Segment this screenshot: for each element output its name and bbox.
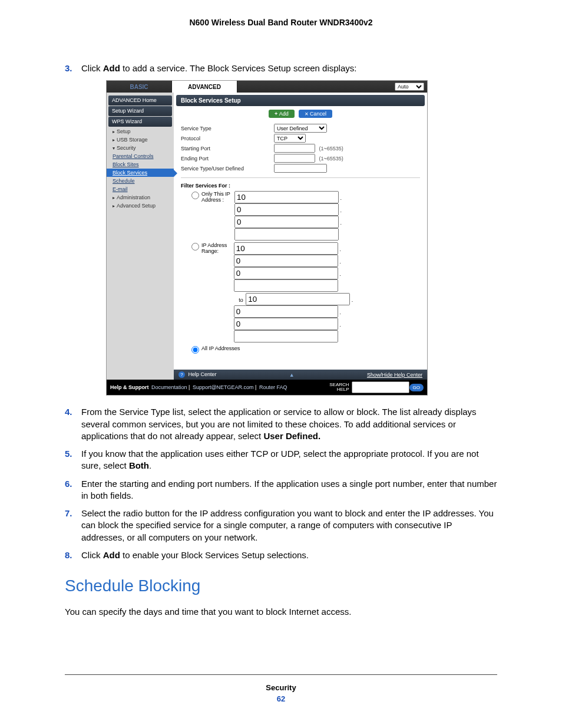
step-number: 6. <box>65 478 81 490</box>
radio-only-ip[interactable] <box>191 192 199 199</box>
footer-link-faq[interactable]: Router FAQ <box>259 384 287 390</box>
doc-title: N600 Wireless Dual Band Router WNDR3400v… <box>65 18 497 27</box>
service-type-label: Service Type <box>181 126 274 131</box>
step-number: 7. <box>65 508 81 519</box>
sidebar-setup[interactable]: Setup <box>107 127 174 136</box>
panel-title: Block Services Setup <box>176 95 425 106</box>
step-number: 4. <box>65 406 81 418</box>
add-button[interactable]: Add <box>269 110 295 118</box>
ipf-b[interactable] <box>234 255 338 267</box>
step-text: Enter the starting and ending port numbe… <box>81 478 497 502</box>
step-text: Click Add to add a service. The Block Se… <box>81 62 356 74</box>
only-ip-value: . . . <box>234 191 420 241</box>
sidebar-admin[interactable]: Administration <box>107 193 174 202</box>
router-screenshot: BASIC ADVANCED Auto ADVANCED Home Setup … <box>106 80 428 396</box>
step-number: 3. <box>65 62 81 74</box>
sidebar-wps-wizard[interactable]: WPS Wizard <box>108 117 172 127</box>
sidebar-security[interactable]: Security <box>107 144 174 152</box>
show-hide-help[interactable]: Show/Hide Help Center <box>367 372 422 378</box>
ipt-c[interactable] <box>234 318 338 330</box>
step: 5.If you know that the application uses … <box>65 448 497 472</box>
sidebar-parental[interactable]: Parental Controls <box>107 152 174 160</box>
starting-port-label: Starting Port <box>181 146 274 151</box>
footer-left: Help & Support Documentation | Support@N… <box>110 384 287 390</box>
tab-spacer <box>237 81 392 93</box>
ipt-a[interactable] <box>246 293 350 305</box>
radio-ip-range[interactable] <box>191 243 199 251</box>
service-type-select[interactable]: User Defined <box>274 124 327 133</box>
ipf-d[interactable] <box>234 279 338 292</box>
all-ip-label: All IP Addresses <box>201 345 278 351</box>
cancel-button[interactable]: Cancel <box>299 110 332 118</box>
port-hint-1: (1~65535) <box>319 146 343 151</box>
help-icon: ? <box>178 371 185 378</box>
step-text: Click Add to enable your Block Services … <box>81 549 309 561</box>
form-divider <box>181 177 420 178</box>
sidebar-block-sites[interactable]: Block Sites <box>107 160 174 169</box>
footer-link-doc[interactable]: Documentation <box>151 384 187 390</box>
sidebar-schedule[interactable]: Schedule <box>107 177 174 185</box>
ip1-d[interactable] <box>234 228 339 241</box>
tab-basic[interactable]: BASIC <box>107 81 172 93</box>
language-select-wrap: Auto <box>392 81 427 93</box>
page-footer: Security 62 <box>0 683 562 703</box>
step: 3.Click Add to add a service. The Block … <box>65 62 497 74</box>
sidebar-email[interactable]: E-mail <box>107 185 174 193</box>
step-number: 5. <box>65 448 81 460</box>
ipt-d[interactable] <box>234 330 338 342</box>
ipt-b[interactable] <box>234 305 338 318</box>
sidebar-advanced-home[interactable]: ADVANCED Home <box>108 95 172 106</box>
step-text: If you know that the application uses ei… <box>81 448 497 472</box>
ip1-b[interactable] <box>234 203 339 216</box>
ending-port-label: Ending Port <box>181 156 274 162</box>
sidebar-setup-wizard[interactable]: Setup Wizard <box>108 106 172 116</box>
collapse-arrow-icon[interactable]: ▲ <box>289 372 295 378</box>
step-number: 8. <box>65 549 81 561</box>
language-select[interactable]: Auto <box>395 83 424 91</box>
starting-port-input[interactable] <box>274 144 315 153</box>
step: 6.Enter the starting and ending port num… <box>65 478 497 502</box>
page-number: 62 <box>0 694 562 703</box>
ip1-a[interactable] <box>234 191 339 203</box>
ipf-a[interactable] <box>234 242 338 255</box>
range-label: IP Address Range: <box>201 242 234 254</box>
sidebar-block-services[interactable]: Block Services <box>107 169 174 177</box>
section-heading: Schedule Blocking <box>65 577 497 595</box>
search-label: SEARCH HELP <box>329 383 349 392</box>
range-value: . . . to . . . <box>234 242 420 344</box>
step: 4.From the Service Type list, select the… <box>65 406 497 442</box>
step-text: From the Service Type list, select the a… <box>81 406 497 442</box>
sidebar-adv-setup[interactable]: Advanced Setup <box>107 202 174 210</box>
user-defined-label: Service Type/User Defined <box>181 166 274 172</box>
sidebar: ADVANCED Home Setup Wizard WPS Wizard Se… <box>107 93 174 380</box>
steps-before: 3.Click Add to add a service. The Block … <box>65 62 497 74</box>
step: 7. Select the radio button for the IP ad… <box>65 508 497 543</box>
steps-after: 4.From the Service Type list, select the… <box>65 406 497 561</box>
footer-label: Security <box>0 683 562 692</box>
protocol-select[interactable]: TCP <box>274 134 306 143</box>
user-defined-input[interactable] <box>274 164 327 173</box>
protocol-label: Protocol <box>181 136 274 141</box>
main-panel: Block Services Setup Add Cancel Service … <box>174 93 427 380</box>
search-input[interactable] <box>352 381 409 393</box>
form: Service Type User Defined Protocol TCP <box>174 124 427 361</box>
button-bar: Add Cancel <box>174 108 427 123</box>
tab-bar: BASIC ADVANCED Auto <box>107 81 427 93</box>
ipf-c[interactable] <box>234 267 338 279</box>
router-footer: Help & Support Documentation | Support@N… <box>107 380 427 395</box>
ending-port-input[interactable] <box>274 154 315 163</box>
radio-all-ip[interactable] <box>191 346 199 354</box>
tab-advanced[interactable]: ADVANCED <box>172 81 237 93</box>
go-button[interactable]: GO <box>409 384 424 391</box>
ip1-c[interactable] <box>234 216 339 228</box>
footer-rule <box>65 674 497 675</box>
to-label: to <box>234 297 243 303</box>
filter-label: Filter Services For : <box>181 183 420 189</box>
port-hint-2: (1~65535) <box>319 156 343 162</box>
help-center-label[interactable]: ? Help Center <box>178 371 217 378</box>
section-body: You can specify the days and time that y… <box>65 606 497 618</box>
footer-link-support[interactable]: Support@NETGEAR.com <box>193 384 254 390</box>
step: 8.Click Add to enable your Block Service… <box>65 549 497 561</box>
step-text: Select the radio button for the IP addre… <box>81 508 497 543</box>
sidebar-usb[interactable]: USB Storage <box>107 136 174 144</box>
